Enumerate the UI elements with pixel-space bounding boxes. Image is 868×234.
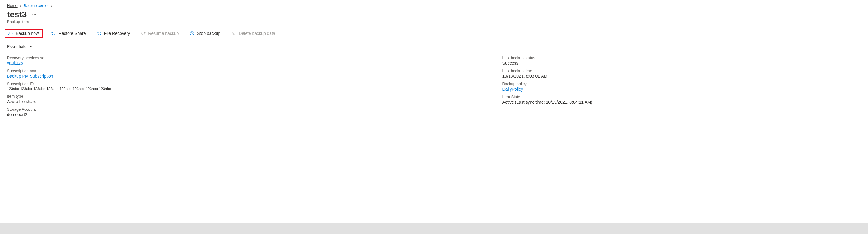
backup-policy-value[interactable]: DailyPolicy [502, 87, 861, 91]
kv-recovery-vault: Recovery services vault vault125 [7, 56, 502, 65]
subscription-name-value[interactable]: Backup PM Subscription [7, 74, 502, 79]
resume-backup-label: Resume backup [148, 31, 179, 36]
resume-icon [141, 31, 146, 36]
title-row: test3 ⋯ [0, 9, 868, 20]
backup-now-button[interactable]: Backup now [4, 29, 43, 38]
last-backup-time-value: 10/13/2021, 8:03:01 AM [502, 74, 861, 79]
more-actions-icon[interactable]: ⋯ [32, 12, 37, 17]
kv-last-backup-time: Last backup time 10/13/2021, 8:03:01 AM [502, 68, 861, 79]
last-backup-status-value: Success [502, 61, 861, 65]
file-recovery-label: File Recovery [104, 31, 130, 36]
chevron-up-icon [29, 44, 33, 49]
last-backup-status-label: Last backup status [502, 56, 861, 60]
recovery-vault-value[interactable]: vault125 [7, 61, 502, 65]
stop-backup-label: Stop backup [197, 31, 220, 36]
delete-icon [231, 31, 236, 36]
item-state-value: Active (Last sync time: 10/13/2021, 8:04… [502, 100, 861, 105]
stop-icon [190, 31, 194, 36]
page-subtitle: Backup Item [0, 20, 868, 27]
restore-icon [51, 31, 56, 36]
subscription-id-value: 123abc-123abc-123abc-123abc-123abc-123ab… [7, 87, 502, 91]
kv-item-type: Item type Azure file share [7, 94, 502, 104]
item-type-value: Azure file share [7, 99, 502, 104]
kv-subscription-id: Subscription ID 123abc-123abc-123abc-123… [7, 82, 502, 91]
essentials-label: Essentials [7, 44, 26, 49]
essentials-right-column: Last backup status Success Last backup t… [502, 56, 861, 120]
essentials-left-column: Recovery services vault vault125 Subscri… [7, 56, 502, 120]
kv-subscription-name: Subscription name Backup PM Subscription [7, 68, 502, 79]
storage-account-label: Storage Account [7, 107, 502, 112]
kv-backup-policy: Backup policy DailyPolicy [502, 82, 861, 91]
backup-now-label: Backup now [16, 31, 39, 36]
bottom-bar [0, 223, 868, 234]
delete-backup-data-label: Delete backup data [239, 31, 275, 36]
restore-share-button[interactable]: Restore Share [49, 30, 88, 37]
subscription-name-label: Subscription name [7, 68, 502, 73]
breadcrumb: Home › Backup center › [0, 0, 868, 9]
subscription-id-label: Subscription ID [7, 82, 502, 86]
kv-storage-account: Storage Account demopart2 [7, 107, 502, 117]
recovery-vault-label: Recovery services vault [7, 56, 502, 60]
last-backup-time-label: Last backup time [502, 68, 861, 73]
resume-backup-button: Resume backup [138, 30, 181, 37]
chevron-right-icon: › [20, 3, 21, 8]
restore-share-label: Restore Share [58, 31, 86, 36]
storage-account-value: demopart2 [7, 112, 502, 117]
backup-policy-label: Backup policy [502, 82, 861, 86]
breadcrumb-home[interactable]: Home [7, 3, 18, 8]
stop-backup-button[interactable]: Stop backup [187, 30, 223, 37]
kv-item-state: Item State Active (Last sync time: 10/13… [502, 94, 861, 105]
toolbar: Backup now Restore Share File Recovery R… [0, 27, 868, 40]
file-recovery-button[interactable]: File Recovery [94, 30, 133, 37]
item-state-label: Item State [502, 94, 861, 99]
chevron-right-icon: › [51, 3, 52, 8]
essentials-toggle[interactable]: Essentials [0, 40, 868, 53]
page-title: test3 [7, 10, 27, 20]
item-type-label: Item type [7, 94, 502, 98]
breadcrumb-backup-center[interactable]: Backup center [24, 3, 49, 8]
kv-last-backup-status: Last backup status Success [502, 56, 861, 65]
essentials-body: Recovery services vault vault125 Subscri… [0, 53, 868, 126]
svg-line-1 [191, 32, 193, 34]
delete-backup-data-button: Delete backup data [229, 30, 278, 37]
backup-now-icon [8, 31, 13, 36]
file-recovery-icon [97, 31, 102, 36]
